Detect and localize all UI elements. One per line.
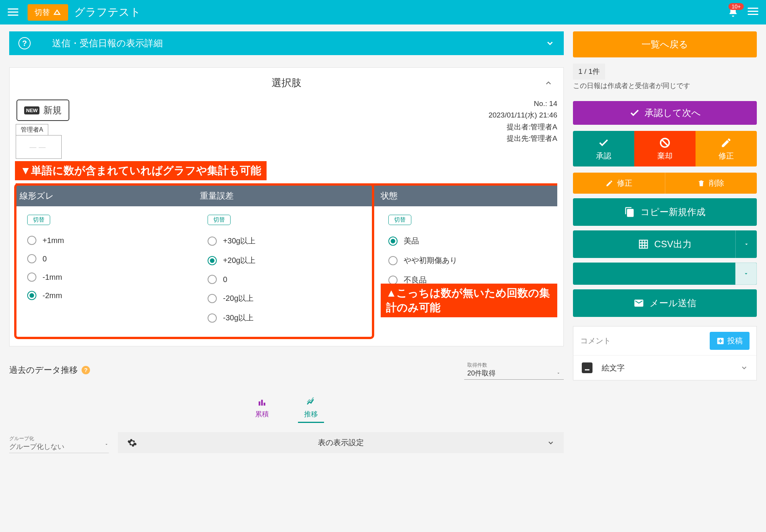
radio-icon [27, 236, 36, 245]
radio-icon [208, 294, 217, 303]
radio-option[interactable]: -2mm [20, 286, 192, 305]
approve-button[interactable]: 承認 [573, 131, 634, 166]
group-label: グループ化 [9, 435, 109, 442]
approve-next-button[interactable]: 承認して次へ [573, 101, 757, 125]
comment-box: コメント 投稿 絵文字 [573, 326, 757, 380]
radio-icon [208, 256, 217, 265]
card-title: 選択肢 [272, 76, 301, 90]
csv-dropdown[interactable] [735, 230, 757, 258]
column-state: 状態 切替 美品 やや初期傷あり 不良品 ▲こっちは数が無いため回数の集計のみ可… [377, 186, 557, 337]
ban-icon [659, 137, 671, 149]
hidden-dropdown-row[interactable] [573, 263, 757, 285]
reject-button[interactable]: 棄却 [634, 131, 696, 166]
radio-option[interactable]: -1mm [20, 268, 192, 286]
toggle-chip[interactable]: 切替 [27, 215, 50, 225]
dropdown-icon [556, 371, 561, 375]
group-select[interactable]: グループ化 グループ化しない [9, 434, 109, 453]
options-card: 選択肢 NEW 新規 管理者A —— [9, 67, 564, 346]
radio-icon [208, 313, 217, 323]
annotation-top: ▼単語に数が含まれていればグラフや集計も可能 [15, 161, 267, 180]
detail-bar-title: 送信・受信日報の表示詳細 [52, 37, 163, 49]
pager-note: この日報は作成者と受信者が同じです [573, 81, 757, 90]
check-icon [629, 108, 640, 118]
history-title: 過去のデータ推移 [9, 364, 78, 376]
tab-trend[interactable]: 推移 [298, 394, 324, 423]
svg-rect-4 [640, 240, 648, 248]
app-header: 切替 グラフテスト 10+ [0, 0, 766, 24]
edit-button[interactable]: 修正 [696, 131, 757, 166]
mail-send-button[interactable]: メール送信 [573, 289, 757, 317]
tab-cumulative[interactable]: 累積 [249, 394, 275, 423]
delete-button[interactable]: 削除 [665, 173, 757, 194]
switch-label: 切替 [34, 7, 50, 18]
radio-option[interactable]: やや初期傷あり [381, 251, 553, 270]
fetch-label: 取得件数 [467, 362, 561, 369]
notifications-button[interactable]: 10+ [728, 7, 738, 18]
radio-option[interactable]: +20g以上 [201, 251, 372, 270]
help-icon[interactable]: ? [82, 366, 90, 374]
toggle-chip[interactable]: 切替 [208, 215, 231, 225]
radio-option[interactable]: 0 [201, 270, 372, 289]
table-settings-button[interactable]: 表の表示設定 [118, 432, 564, 453]
col-header: 線形ズレ [16, 186, 196, 206]
svg-rect-1 [261, 400, 263, 406]
bar-chart-icon [257, 397, 267, 407]
radio-option[interactable]: +30g以上 [201, 231, 372, 251]
triangle-up-icon [53, 8, 61, 16]
gear-icon [127, 438, 137, 448]
page-title: グラフテスト [74, 5, 141, 20]
radio-icon [208, 237, 217, 246]
history-section: 過去のデータ推移 ? 取得件数 20件取得 累積 推移 [9, 357, 564, 453]
dropdown-toggle[interactable] [735, 263, 757, 285]
card-header[interactable]: 選択肢 [10, 68, 563, 98]
trash-icon [697, 180, 705, 187]
sidebar: 一覧へ戻る 1 / 1件 この日報は作成者と受信者が同じです 承認して次へ 承認… [573, 24, 757, 453]
menu-toggle[interactable] [8, 8, 18, 16]
radio-option[interactable]: -20g以上 [201, 289, 372, 308]
radio-icon [388, 276, 398, 285]
svg-rect-0 [259, 401, 260, 406]
chevron-down-icon [547, 439, 555, 447]
signature-box[interactable]: —— [16, 135, 62, 159]
option-table: 線形ズレ 切替 +1mm 0 -1mm -2mm 重量誤差 切替 [16, 183, 557, 337]
group-value: グループ化しない [9, 442, 64, 451]
detail-expand-bar[interactable]: ? 送信・受信日報の表示詳細 [9, 31, 564, 55]
radio-option[interactable]: -30g以上 [201, 308, 372, 328]
copy-new-button[interactable]: コピー新規作成 [573, 198, 757, 226]
col-header: 重量誤差 [196, 186, 376, 206]
pager: 1 / 1件 [573, 64, 605, 80]
dropdown-icon [743, 241, 750, 247]
comment-label: コメント [580, 336, 611, 346]
chevron-down-icon [740, 364, 748, 372]
post-button[interactable]: 投稿 [710, 332, 750, 350]
edit-button-2[interactable]: 修正 [573, 173, 665, 194]
new-button[interactable]: NEW 新規 [16, 100, 69, 121]
copy-icon [624, 207, 635, 217]
meta-no: No.: 14 [488, 98, 557, 109]
column-linear: 線形ズレ 切替 +1mm 0 -1mm -2mm [16, 186, 196, 337]
fetch-count-select[interactable]: 取得件数 20件取得 [464, 360, 564, 380]
radio-option[interactable]: 0 [20, 250, 192, 268]
fetch-value: 20件取得 [467, 369, 496, 378]
chevron-up-icon [544, 79, 553, 87]
meta-date: 2023/01/11(水) 21:46 [488, 109, 557, 121]
csv-export-button[interactable]: CSV出力 [573, 230, 757, 258]
edit-delete-row: 修正 削除 [573, 173, 757, 194]
mail-icon [633, 298, 644, 308]
action-row: 承認 棄却 修正 [573, 131, 757, 166]
plus-icon [717, 337, 724, 345]
admin-tab[interactable]: 管理者A [16, 124, 48, 135]
radio-option[interactable]: +1mm [20, 231, 192, 250]
col-header: 状態 [377, 186, 557, 206]
radio-option[interactable]: 美品 [381, 231, 553, 251]
switch-button[interactable]: 切替 [28, 4, 68, 21]
radio-icon [27, 291, 36, 300]
toggle-chip[interactable]: 切替 [388, 215, 411, 225]
radio-icon [208, 275, 217, 284]
line-chart-icon [306, 397, 316, 407]
back-to-list-button[interactable]: 一覧へ戻る [573, 31, 757, 57]
chevron-down-icon [545, 39, 555, 48]
more-menu[interactable] [748, 8, 758, 17]
emoji-row[interactable]: 絵文字 [573, 355, 756, 380]
grid-icon [638, 239, 649, 250]
